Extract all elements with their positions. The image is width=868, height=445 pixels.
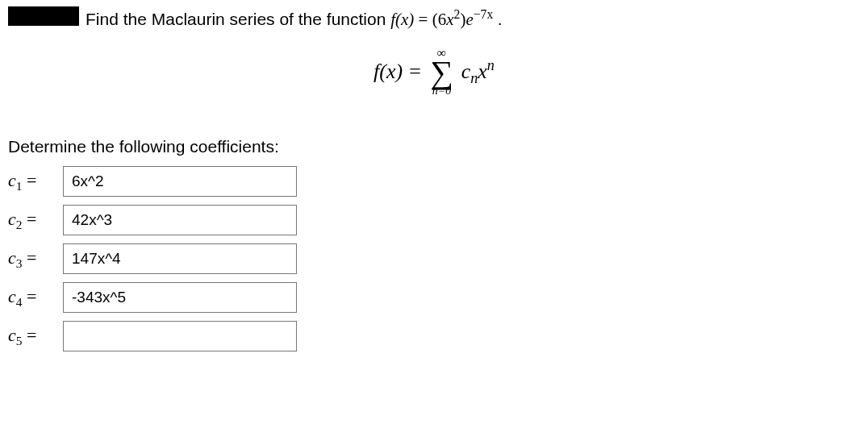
function-expression: f(x) = (6x2)e−7x	[390, 10, 497, 29]
coef-row: c4 =	[8, 282, 860, 313]
sum-symbol: ∑	[430, 60, 453, 85]
series-equation: f(x) = ∞ ∑ n=0 cnxn	[8, 47, 860, 97]
coefficients-prompt: Determine the following coefficients:	[8, 137, 860, 156]
question-text: Find the Maclaurin series of the functio…	[86, 6, 502, 31]
coef-input-c5[interactable]	[63, 321, 297, 351]
coef-input-c4[interactable]	[63, 282, 297, 313]
redacted-label	[8, 6, 79, 26]
question-intro: Find the Maclaurin series of the functio…	[86, 10, 390, 28]
coef-input-c2[interactable]	[63, 205, 297, 235]
coef-label: c2 =	[8, 209, 55, 232]
coef-row: c1 =	[8, 166, 860, 197]
coef-input-c1[interactable]	[63, 166, 297, 197]
coef-label: c1 =	[8, 170, 55, 193]
coef-input-c3[interactable]	[63, 243, 297, 274]
coef-label: c4 =	[8, 286, 55, 310]
coefficients-list: c1 = c2 = c3 = c4 = c5 =	[8, 166, 860, 351]
coef-row: c2 =	[8, 205, 860, 235]
coef-label: c5 =	[8, 325, 55, 348]
sigma-icon: ∞ ∑ n=0	[430, 47, 453, 97]
coef-row: c5 =	[8, 321, 860, 351]
coef-row: c3 =	[8, 243, 860, 274]
coef-label: c3 =	[8, 247, 55, 271]
series-term: cnxn	[461, 57, 495, 87]
